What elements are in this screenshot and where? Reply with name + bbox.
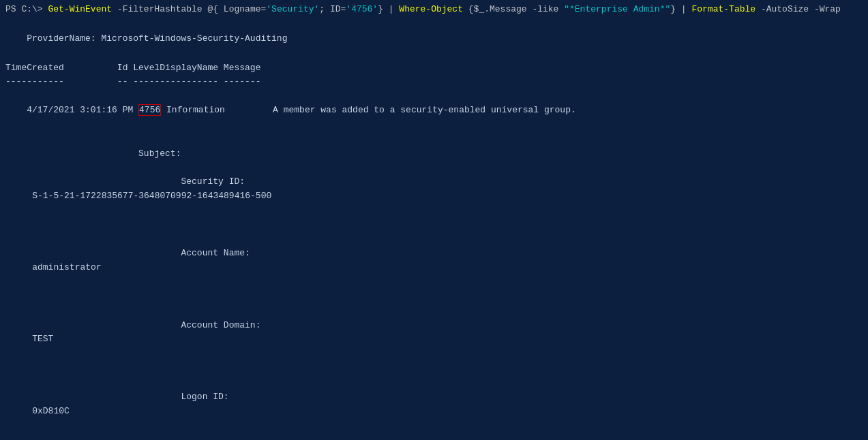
pipe1: | — [383, 3, 399, 17]
subject-logon-label: Logon ID: — [27, 392, 228, 402]
table-header-line: TimeCreated Id LevelDisplayName Message — [5, 61, 863, 76]
blank-line-4 — [5, 218, 863, 233]
subject-domain-line: Account Domain: TEST — [5, 304, 863, 361]
str-logname-val: 'Security' — [266, 3, 319, 17]
cmd-format-table: Format-Table — [691, 3, 755, 17]
blank-line-6 — [5, 361, 863, 376]
space — [43, 3, 48, 17]
pipe2: | — [676, 3, 691, 17]
table-row-id-boxed: 4756 — [138, 104, 161, 116]
subject-acct-value: administrator — [32, 262, 101, 272]
cmd-close-brace: } — [378, 3, 383, 17]
cmd-format-params: -AutoSize -Wrap — [755, 3, 841, 17]
subject-sid-label: Security ID: — [27, 176, 245, 187]
subject-sid-value: S-1-5-21-1722835677-3648070992-164348941… — [32, 191, 271, 201]
str-id-val: '4756' — [346, 3, 378, 17]
cmd-where-object: Where-Object — [399, 3, 463, 17]
table-row-rest: Information A member was added to a secu… — [161, 105, 576, 115]
subject-domain-label: Account Domain: — [27, 320, 260, 330]
blank-line-1 — [5, 17, 863, 32]
table-row-date: 4/17/2021 3:01:16 PM — [27, 105, 138, 115]
subject-acct-label: Account Name: — [27, 248, 250, 258]
provider-name-line: ProviderName: Microsoft-Windows-Security… — [5, 32, 863, 46]
blank-line-5 — [5, 289, 863, 304]
cmd-where-block: {$_.Message -like — [463, 3, 564, 17]
table-data-row: 4/17/2021 3:01:16 PM 4756 Information A … — [5, 89, 863, 131]
subject-acct-line: Account Name: administrator — [5, 233, 863, 289]
subject-logon-line: Logon ID: 0xD810C — [5, 376, 863, 433]
subject-logon-value: 0xD810C — [32, 406, 70, 416]
subject-domain-value: TEST — [32, 334, 53, 344]
subject-header: Subject: — [5, 147, 863, 161]
cmd-get-winevent: Get-WinEvent — [48, 3, 112, 17]
cmd-filter-param: -FilterHashtable @{ Logname= — [112, 3, 266, 17]
subject-sid-line: Security ID: S-1-5-21-1722835677-3648070… — [5, 161, 863, 217]
cmd-close-block: } — [670, 3, 676, 17]
blank-line-3 — [5, 132, 863, 147]
blank-line-7 — [5, 433, 863, 440]
ps-prompt: PS C:\> — [5, 3, 43, 17]
table-sep-line: ----------- -- ---------------- ------- — [5, 75, 863, 89]
terminal-window: PS C:\> Get-WinEvent -FilterHashtable @{… — [0, 0, 868, 440]
str-msg-val: "*Enterprise Admin*" — [564, 3, 670, 17]
command-line: PS C:\> Get-WinEvent -FilterHashtable @{… — [5, 3, 863, 17]
blank-line-2 — [5, 46, 863, 61]
cmd-id-part: ; ID= — [319, 3, 346, 17]
